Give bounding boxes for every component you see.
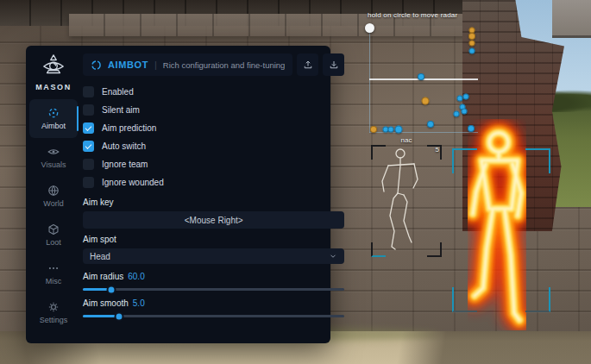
checkbox-label: Auto switch [102,141,146,151]
toggle-enabled[interactable]: Enabled [83,83,344,101]
radar-orange-dot [468,33,475,40]
checkbox[interactable] [83,86,94,97]
checkbox[interactable] [83,141,94,152]
sidebar-item-label: Visuals [41,160,66,169]
radar-blue-dot [462,109,468,115]
checkbox-label: Ignore team [102,160,148,169]
sidebar-item-label: Misc [46,277,62,286]
radar-blue-dot [463,94,469,100]
radar-hint-label: hold on circle to move radar [368,11,480,19]
checkbox-label: Aim prediction [102,123,156,133]
radar-blue-dot [427,121,434,128]
aim-key-binding-button[interactable]: <Mouse Right> [83,211,344,229]
globe-icon [47,185,60,197]
slider-label: Aim smooth [83,298,129,311]
menu-sidebar: MASON Aimbot Visuals [26,46,81,343]
sidebar-item-loot[interactable]: Loot [29,216,78,254]
radar-blue-dot [395,126,403,134]
radar-drag-handle[interactable] [365,23,374,33]
checkbox-label: Silent aim [102,105,140,115]
bracket-corner [452,287,477,312]
ground-shadow [319,331,591,364]
toggle-ignore-team[interactable]: Ignore team [83,155,344,173]
sidebar-item-label: Loot [46,238,61,247]
radar-orange-dot [370,126,377,133]
bracket-corner [452,148,477,173]
slider-value: 60.0 [128,272,144,284]
checkbox[interactable] [83,122,94,134]
bracket-corner [525,148,550,173]
toggle-list: Enabled Silent aim Aim prediction Auto s… [83,83,344,191]
upload-icon [303,60,313,70]
gear-icon [47,301,60,313]
radar-blue-dot [454,111,460,117]
esp-player-name: nac [371,136,442,144]
player-bracket-esp [452,148,550,312]
skeleton-bones [371,145,442,257]
aim-spot-select[interactable]: Head [83,248,344,264]
slider-track[interactable] [83,315,344,317]
concrete-block [552,0,591,38]
aim-key-label: Aim key [83,198,344,209]
export-config-button[interactable] [297,53,318,76]
panel-header: AIMBOT | Rich configuration and fine-tun… [83,53,344,76]
menu-main-panel: AIMBOT | Rich configuration and fine-tun… [81,46,353,343]
slider-value: 5.0 [133,298,145,311]
toggle-silent-aim[interactable]: Silent aim [83,101,344,119]
slider-thumb[interactable] [107,285,116,294]
download-icon [329,60,339,70]
checkbox[interactable] [83,159,94,170]
radar-blue-dot [388,127,394,133]
slider-label: Aim radius [83,272,123,284]
radar-orange-dot [422,97,430,105]
checkbox[interactable] [83,177,94,188]
import-config-button[interactable] [323,53,344,76]
sidebar-item-visuals[interactable]: Visuals [29,138,78,177]
panel-title: AIMBOT [108,60,148,70]
bracket-corner [525,287,550,312]
aim-spot-value: Head [90,252,110,261]
toggle-aim-prediction[interactable]: Aim prediction [83,119,344,137]
brand: MASON [35,53,72,91]
aim-smooth-slider: Aim smooth 5.0 [83,298,344,317]
checkbox-label: Enabled [102,87,134,97]
game-screen: nac 5 hold on circle to move radar [0,0,591,364]
checkbox[interactable] [83,104,94,116]
slider-thumb[interactable] [115,311,124,321]
sidebar-item-world[interactable]: World [29,177,78,216]
radar-blue-dot [468,125,475,132]
skeleton-esp: nac 5 [371,145,442,257]
slider-track[interactable] [83,288,344,291]
header-bar: AIMBOT | Rich configuration and fine-tun… [83,53,292,76]
panel-subtitle: Rich configuration and fine-tuning [163,60,286,70]
aimbot-ring-icon [91,60,102,71]
eye-icon [47,146,60,158]
checkbox-label: Ignore wounded [102,178,164,187]
radar-blue-dot [457,96,463,102]
radar-orange-dot [469,41,475,47]
sidebar-item-label: Settings [40,316,68,324]
toggle-ignore-wounded[interactable]: Ignore wounded [83,173,344,191]
aim-spot-label: Aim spot [83,235,344,246]
radar-left-line [369,28,370,133]
sidebar-item-label: Aimbot [41,122,66,130]
sidebar-item-settings[interactable]: Settings [29,293,78,332]
aim-radius-slider: Aim radius 60.0 [83,272,344,291]
title-separator: | [154,60,157,70]
cube-icon [47,223,60,235]
ellipsis-icon [47,262,60,274]
radar [369,26,478,133]
radar-blue-dot [469,48,475,54]
crosshair-icon [47,107,60,119]
mason-eye-logo-icon [41,53,66,79]
sidebar-item-aimbot[interactable]: Aimbot [29,99,78,138]
cheat-menu-window: MASON Aimbot Visuals [26,46,330,343]
sidebar-item-label: World [43,199,63,208]
chevron-down-icon [329,252,337,260]
radar-blue-dot [418,73,424,80]
toggle-auto-switch[interactable]: Auto switch [83,137,344,155]
sidebar-item-misc[interactable]: Misc [29,254,78,293]
brand-name: MASON [35,83,72,91]
